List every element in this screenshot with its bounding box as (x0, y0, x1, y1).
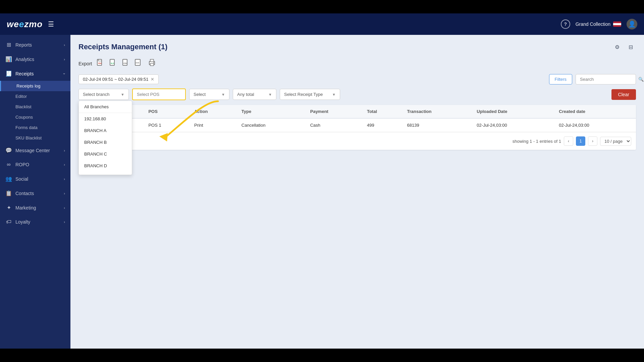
search-icon: 🔍 (638, 77, 644, 82)
sidebar-item-receipts[interactable]: 🧾 Receipts › (0, 66, 70, 81)
pagination-prev-button[interactable]: ‹ (564, 136, 573, 146)
sidebar-sub-item-editor[interactable]: Editor (0, 91, 70, 102)
branch-dropdown-menu: All Branches 192.168.80 BRANCH A BRANCH … (78, 101, 132, 175)
branch-option-e[interactable]: BRANCH E (79, 172, 132, 175)
hamburger-icon[interactable]: ☰ (48, 20, 54, 28)
receipt-type-select[interactable]: Select Receipt Type ▼ (280, 89, 340, 100)
export-excel-button[interactable]: XLS (108, 58, 117, 69)
cell-created-date: 02-Jul-24,03:00 (554, 118, 636, 132)
branch-option-b[interactable]: BRANCH B (79, 136, 132, 148)
message-center-icon: 💬 (5, 147, 12, 154)
chevron-icon: › (64, 57, 65, 61)
branch-option-all[interactable]: All Branches (79, 101, 132, 113)
col-uploaded-date: Uploaded Date (472, 105, 554, 118)
receipt-type-placeholder: Select Receipt Type (284, 92, 323, 97)
settings-button[interactable]: ⚙ (612, 42, 623, 52)
pagination-row: showing 1 - 1 entries of 1 ‹ 1 › 10 / pa… (78, 132, 636, 150)
sidebar-item-label: Reports (15, 42, 32, 48)
pos-search-container: 🔍 (132, 88, 186, 100)
svg-text:CSV: CSV (123, 62, 127, 64)
sidebar-item-message-center[interactable]: 💬 Message Center › (0, 143, 70, 158)
marketing-icon: ✦ (5, 204, 12, 211)
grid-view-button[interactable]: ⊟ (625, 42, 636, 52)
table-header-row: Branch POS Action Type Payment Total Tra… (78, 105, 636, 118)
pagination-next-button[interactable]: › (588, 136, 597, 146)
export-csv-button[interactable]: CSV (121, 58, 130, 69)
sidebar-sub-item-sku-blacklist[interactable]: SKU Blacklist (0, 133, 70, 143)
date-filter-close-icon[interactable]: ✕ (151, 77, 154, 82)
branch-option-d[interactable]: BRANCH D (79, 160, 132, 172)
chevron-icon: › (64, 163, 65, 167)
cashier-chevron-icon: ▼ (221, 93, 225, 97)
export-json-button[interactable]: JSON (133, 58, 144, 69)
export-print-button[interactable] (147, 58, 157, 69)
branch-chevron-icon: ▼ (121, 93, 124, 97)
sidebar-item-label: ROPO (15, 162, 29, 167)
table-body: BRANCH A POS 1 Print Cancellation Cash 4… (78, 118, 636, 132)
pagination-info: showing 1 - 1 entries of 1 (513, 139, 561, 144)
cell-transaction: 68139 (402, 118, 472, 132)
col-action: Action (190, 105, 237, 118)
svg-rect-10 (150, 63, 154, 66)
date-filter-value: 02-Jul-24 09:51 ~ 02-Jul-24 09:51 (83, 77, 149, 82)
receipts-table-container: Branch POS Action Type Payment Total Tra… (78, 105, 636, 150)
pos-search-input[interactable] (137, 92, 193, 97)
sidebar-item-reports[interactable]: ⊞ Reports › (0, 38, 70, 52)
export-label: Export (78, 61, 92, 66)
filter-row-2: Select branch ▼ All Branches 192.168.80 … (78, 88, 636, 100)
sidebar-item-contacts[interactable]: 📋 Contacts › (0, 186, 70, 200)
sidebar-item-ropo[interactable]: ∞ ROPO › (0, 158, 70, 172)
svg-rect-9 (150, 59, 154, 62)
branch-option-ip[interactable]: 192.168.80 (79, 113, 132, 125)
chevron-icon: › (64, 43, 65, 47)
sidebar-sub-item-coupons[interactable]: Coupons (0, 112, 70, 122)
sidebar-item-loyalty[interactable]: 🏷 Loyalty › (0, 215, 70, 229)
page-size-select[interactable]: 10 / page 25 / page 50 / page (600, 137, 631, 146)
sidebar-sub-item-blacklist[interactable]: Blacklist (0, 102, 70, 112)
date-filter-tag[interactable]: 02-Jul-24 09:51 ~ 02-Jul-24 09:51 ✕ (78, 74, 159, 84)
pagination-page-1[interactable]: 1 (576, 136, 585, 146)
brand-name-text: Grand Collection (576, 21, 610, 27)
receipts-icon: 🧾 (5, 70, 12, 77)
sidebar-sub-item-receipts-log[interactable]: Receipts log (0, 81, 70, 91)
user-avatar[interactable]: 👤 (627, 19, 637, 29)
branch-select-container: Select branch ▼ All Branches 192.168.80 … (78, 89, 129, 100)
filters-button[interactable]: Filters (549, 74, 572, 84)
sidebar-sub-item-forms-data[interactable]: Forms data (0, 122, 70, 133)
cashier-select[interactable]: Select ▼ (189, 89, 229, 100)
total-select[interactable]: Any total ▼ (233, 89, 276, 100)
col-transaction: Transaction (402, 105, 472, 118)
flag-icon (613, 21, 621, 27)
branch-option-c[interactable]: BRANCH C (79, 148, 132, 160)
main-content: Receipts Management (1) ⚙ ⊟ Export PDF X… (70, 35, 644, 349)
col-total: Total (362, 105, 402, 118)
contacts-icon: 📋 (5, 190, 12, 196)
sidebar-item-label: Message Center (15, 148, 50, 153)
export-pdf-button[interactable]: PDF (95, 58, 105, 69)
loyalty-icon: 🏷 (5, 219, 12, 225)
receipts-table: Branch POS Action Type Payment Total Tra… (78, 105, 636, 132)
sidebar-item-analytics[interactable]: 📊 Analytics › (0, 52, 70, 66)
col-pos: POS (144, 105, 189, 118)
search-input[interactable] (580, 77, 636, 82)
branch-placeholder: Select branch (83, 92, 110, 97)
clear-button[interactable]: Clear (611, 89, 636, 100)
help-button[interactable]: ? (561, 19, 570, 29)
branch-select[interactable]: Select branch ▼ (78, 89, 129, 100)
sidebar-item-social[interactable]: 👥 Social › (0, 172, 70, 186)
sidebar-item-marketing[interactable]: ✦ Marketing › (0, 200, 70, 215)
page-header: Receipts Management (1) ⚙ ⊟ (78, 42, 636, 52)
svg-text:JSON: JSON (136, 62, 139, 64)
branch-option-a[interactable]: BRANCH A (79, 125, 132, 136)
svg-text:PDF: PDF (98, 62, 102, 64)
brand-name-display: Grand Collection (576, 21, 621, 27)
svg-point-11 (153, 62, 154, 63)
chevron-icon: › (64, 191, 65, 195)
table-row[interactable]: BRANCH A POS 1 Print Cancellation Cash 4… (78, 118, 636, 132)
cashier-placeholder: Select (194, 92, 206, 97)
col-created-date: Created date (554, 105, 636, 118)
chevron-icon: › (64, 177, 65, 181)
cell-type: Cancellation (237, 118, 306, 132)
sidebar-item-label: Contacts (15, 191, 34, 196)
total-placeholder: Any total (237, 92, 254, 97)
